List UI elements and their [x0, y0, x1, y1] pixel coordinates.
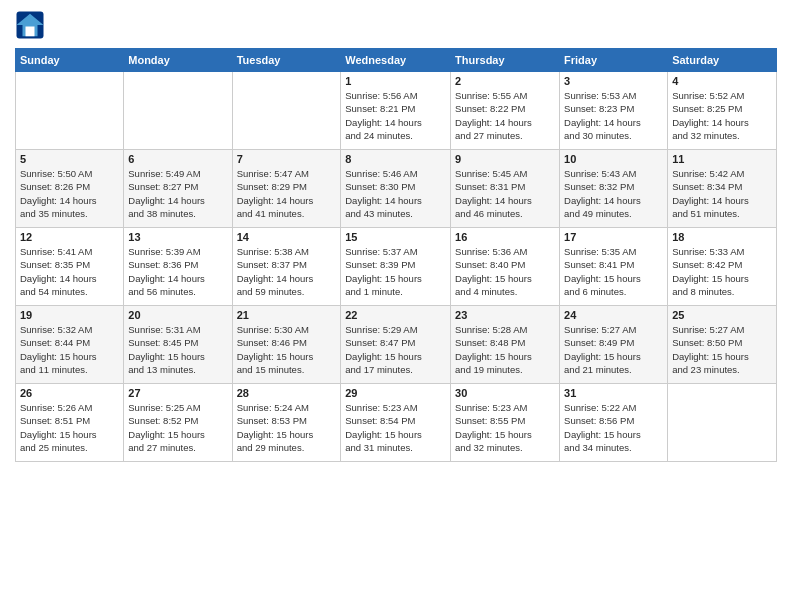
day-info: Sunrise: 5:52 AM Sunset: 8:25 PM Dayligh…: [672, 89, 772, 142]
calendar-cell: 24Sunrise: 5:27 AM Sunset: 8:49 PM Dayli…: [560, 306, 668, 384]
day-info: Sunrise: 5:41 AM Sunset: 8:35 PM Dayligh…: [20, 245, 119, 298]
day-number: 5: [20, 153, 119, 165]
calendar-cell: 14Sunrise: 5:38 AM Sunset: 8:37 PM Dayli…: [232, 228, 341, 306]
day-number: 27: [128, 387, 227, 399]
calendar-cell: 13Sunrise: 5:39 AM Sunset: 8:36 PM Dayli…: [124, 228, 232, 306]
day-number: 19: [20, 309, 119, 321]
day-info: Sunrise: 5:42 AM Sunset: 8:34 PM Dayligh…: [672, 167, 772, 220]
day-info: Sunrise: 5:47 AM Sunset: 8:29 PM Dayligh…: [237, 167, 337, 220]
calendar-cell: 12Sunrise: 5:41 AM Sunset: 8:35 PM Dayli…: [16, 228, 124, 306]
day-number: 26: [20, 387, 119, 399]
calendar-cell: 3Sunrise: 5:53 AM Sunset: 8:23 PM Daylig…: [560, 72, 668, 150]
calendar-cell: 16Sunrise: 5:36 AM Sunset: 8:40 PM Dayli…: [451, 228, 560, 306]
day-info: Sunrise: 5:56 AM Sunset: 8:21 PM Dayligh…: [345, 89, 446, 142]
calendar-cell: 7Sunrise: 5:47 AM Sunset: 8:29 PM Daylig…: [232, 150, 341, 228]
calendar-header-row: SundayMondayTuesdayWednesdayThursdayFrid…: [16, 49, 777, 72]
header-day-sunday: Sunday: [16, 49, 124, 72]
calendar-week-4: 19Sunrise: 5:32 AM Sunset: 8:44 PM Dayli…: [16, 306, 777, 384]
header-day-friday: Friday: [560, 49, 668, 72]
day-number: 6: [128, 153, 227, 165]
calendar-week-3: 12Sunrise: 5:41 AM Sunset: 8:35 PM Dayli…: [16, 228, 777, 306]
day-number: 22: [345, 309, 446, 321]
day-number: 25: [672, 309, 772, 321]
day-info: Sunrise: 5:32 AM Sunset: 8:44 PM Dayligh…: [20, 323, 119, 376]
day-info: Sunrise: 5:27 AM Sunset: 8:50 PM Dayligh…: [672, 323, 772, 376]
day-number: 2: [455, 75, 555, 87]
header-day-monday: Monday: [124, 49, 232, 72]
day-info: Sunrise: 5:36 AM Sunset: 8:40 PM Dayligh…: [455, 245, 555, 298]
day-number: 11: [672, 153, 772, 165]
calendar-cell: 2Sunrise: 5:55 AM Sunset: 8:22 PM Daylig…: [451, 72, 560, 150]
day-number: 21: [237, 309, 337, 321]
header-day-tuesday: Tuesday: [232, 49, 341, 72]
day-info: Sunrise: 5:55 AM Sunset: 8:22 PM Dayligh…: [455, 89, 555, 142]
calendar-cell: 21Sunrise: 5:30 AM Sunset: 8:46 PM Dayli…: [232, 306, 341, 384]
calendar-cell: 4Sunrise: 5:52 AM Sunset: 8:25 PM Daylig…: [668, 72, 777, 150]
day-number: 17: [564, 231, 663, 243]
calendar-table: SundayMondayTuesdayWednesdayThursdayFrid…: [15, 48, 777, 462]
day-info: Sunrise: 5:43 AM Sunset: 8:32 PM Dayligh…: [564, 167, 663, 220]
calendar-cell: 20Sunrise: 5:31 AM Sunset: 8:45 PM Dayli…: [124, 306, 232, 384]
calendar-cell: [232, 72, 341, 150]
day-info: Sunrise: 5:23 AM Sunset: 8:54 PM Dayligh…: [345, 401, 446, 454]
calendar-cell: 29Sunrise: 5:23 AM Sunset: 8:54 PM Dayli…: [341, 384, 451, 462]
day-number: 24: [564, 309, 663, 321]
day-info: Sunrise: 5:39 AM Sunset: 8:36 PM Dayligh…: [128, 245, 227, 298]
day-number: 28: [237, 387, 337, 399]
calendar-cell: 26Sunrise: 5:26 AM Sunset: 8:51 PM Dayli…: [16, 384, 124, 462]
day-number: 10: [564, 153, 663, 165]
day-number: 18: [672, 231, 772, 243]
day-info: Sunrise: 5:24 AM Sunset: 8:53 PM Dayligh…: [237, 401, 337, 454]
calendar-cell: 19Sunrise: 5:32 AM Sunset: 8:44 PM Dayli…: [16, 306, 124, 384]
day-number: 8: [345, 153, 446, 165]
day-number: 3: [564, 75, 663, 87]
day-info: Sunrise: 5:49 AM Sunset: 8:27 PM Dayligh…: [128, 167, 227, 220]
day-info: Sunrise: 5:29 AM Sunset: 8:47 PM Dayligh…: [345, 323, 446, 376]
day-info: Sunrise: 5:22 AM Sunset: 8:56 PM Dayligh…: [564, 401, 663, 454]
calendar-cell: 6Sunrise: 5:49 AM Sunset: 8:27 PM Daylig…: [124, 150, 232, 228]
day-info: Sunrise: 5:33 AM Sunset: 8:42 PM Dayligh…: [672, 245, 772, 298]
day-number: 23: [455, 309, 555, 321]
calendar-cell: 30Sunrise: 5:23 AM Sunset: 8:55 PM Dayli…: [451, 384, 560, 462]
calendar-cell: [16, 72, 124, 150]
day-info: Sunrise: 5:53 AM Sunset: 8:23 PM Dayligh…: [564, 89, 663, 142]
calendar-cell: 5Sunrise: 5:50 AM Sunset: 8:26 PM Daylig…: [16, 150, 124, 228]
day-number: 7: [237, 153, 337, 165]
header-day-thursday: Thursday: [451, 49, 560, 72]
logo-icon: [15, 10, 45, 40]
day-info: Sunrise: 5:26 AM Sunset: 8:51 PM Dayligh…: [20, 401, 119, 454]
header: [15, 10, 777, 40]
day-info: Sunrise: 5:50 AM Sunset: 8:26 PM Dayligh…: [20, 167, 119, 220]
day-number: 9: [455, 153, 555, 165]
day-info: Sunrise: 5:37 AM Sunset: 8:39 PM Dayligh…: [345, 245, 446, 298]
day-number: 14: [237, 231, 337, 243]
day-info: Sunrise: 5:30 AM Sunset: 8:46 PM Dayligh…: [237, 323, 337, 376]
logo: [15, 10, 49, 40]
calendar-cell: 25Sunrise: 5:27 AM Sunset: 8:50 PM Dayli…: [668, 306, 777, 384]
calendar-week-1: 1Sunrise: 5:56 AM Sunset: 8:21 PM Daylig…: [16, 72, 777, 150]
page: SundayMondayTuesdayWednesdayThursdayFrid…: [0, 0, 792, 612]
calendar-cell: 23Sunrise: 5:28 AM Sunset: 8:48 PM Dayli…: [451, 306, 560, 384]
calendar-cell: 11Sunrise: 5:42 AM Sunset: 8:34 PM Dayli…: [668, 150, 777, 228]
svg-rect-2: [26, 27, 35, 37]
day-info: Sunrise: 5:46 AM Sunset: 8:30 PM Dayligh…: [345, 167, 446, 220]
day-number: 13: [128, 231, 227, 243]
calendar-cell: [668, 384, 777, 462]
calendar-cell: 1Sunrise: 5:56 AM Sunset: 8:21 PM Daylig…: [341, 72, 451, 150]
day-number: 12: [20, 231, 119, 243]
day-info: Sunrise: 5:27 AM Sunset: 8:49 PM Dayligh…: [564, 323, 663, 376]
calendar-week-5: 26Sunrise: 5:26 AM Sunset: 8:51 PM Dayli…: [16, 384, 777, 462]
day-number: 20: [128, 309, 227, 321]
day-info: Sunrise: 5:38 AM Sunset: 8:37 PM Dayligh…: [237, 245, 337, 298]
day-number: 16: [455, 231, 555, 243]
calendar-cell: [124, 72, 232, 150]
calendar-cell: 17Sunrise: 5:35 AM Sunset: 8:41 PM Dayli…: [560, 228, 668, 306]
calendar-cell: 18Sunrise: 5:33 AM Sunset: 8:42 PM Dayli…: [668, 228, 777, 306]
day-number: 1: [345, 75, 446, 87]
calendar-week-2: 5Sunrise: 5:50 AM Sunset: 8:26 PM Daylig…: [16, 150, 777, 228]
header-day-saturday: Saturday: [668, 49, 777, 72]
day-info: Sunrise: 5:23 AM Sunset: 8:55 PM Dayligh…: [455, 401, 555, 454]
day-info: Sunrise: 5:35 AM Sunset: 8:41 PM Dayligh…: [564, 245, 663, 298]
day-number: 30: [455, 387, 555, 399]
calendar-cell: 10Sunrise: 5:43 AM Sunset: 8:32 PM Dayli…: [560, 150, 668, 228]
